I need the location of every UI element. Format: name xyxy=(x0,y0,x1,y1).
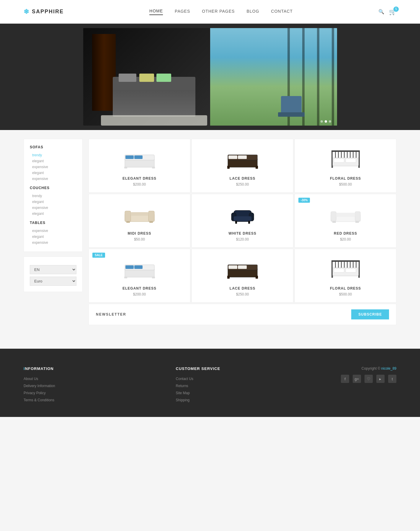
svg-rect-18 xyxy=(341,152,342,158)
rss-icon[interactable]: ▸ xyxy=(376,375,385,383)
footer-link-delivery[interactable]: Delivery Information xyxy=(24,384,55,388)
svg-rect-70 xyxy=(334,268,344,272)
svg-rect-17 xyxy=(338,152,339,158)
svg-rect-8 xyxy=(228,155,237,159)
product-card-2[interactable]: LACE DRESS $250.00 xyxy=(192,139,293,193)
product-card-7[interactable]: SALE ELEGANT DRESS $200.00 xyxy=(89,249,190,303)
footer-info-title-i: I xyxy=(24,366,25,371)
footer-link-privacy[interactable]: Privacy Policy xyxy=(24,391,55,395)
sidebar-item-couches-trendy[interactable]: trendy xyxy=(30,193,76,199)
sidebar-item-couches-elegant2[interactable]: elegant xyxy=(30,211,76,217)
svg-rect-33 xyxy=(149,221,153,223)
footer-copyright: Copyright © nicole_89 xyxy=(341,366,396,371)
product-card-9[interactable]: FLORAL DRESS $500.00 xyxy=(295,249,396,303)
sidebar: SOFAS trendy elegant expensive elegant e… xyxy=(24,139,83,325)
svg-rect-39 xyxy=(248,221,250,224)
sidebar-cat-sofas: SOFAS xyxy=(30,145,76,149)
hero-image xyxy=(83,28,337,126)
sidebar-item-tables-expensive2[interactable]: expensive xyxy=(30,240,76,246)
footer-link-contact[interactable]: Contact Us xyxy=(176,377,220,381)
product-price-6: $20.00 xyxy=(301,237,390,241)
nav-home[interactable]: HOME xyxy=(149,9,163,15)
googleplus-icon[interactable]: g+ xyxy=(353,375,361,383)
nav-contact[interactable]: CONTACT xyxy=(271,9,293,15)
sidebar-cat-couches: COUCHES xyxy=(30,186,76,190)
sidebar-item-sofas-elegant1[interactable]: elegant xyxy=(30,158,76,164)
product-card-1[interactable]: ELEGANT DRESS $200.00 xyxy=(89,139,190,193)
svg-rect-56 xyxy=(227,276,230,279)
product-image-6 xyxy=(328,200,363,227)
product-card-3[interactable]: FLORAL DRESS $500.00 xyxy=(295,139,396,193)
hero-dot-3[interactable] xyxy=(329,120,331,123)
product-image-9 xyxy=(328,255,363,282)
instagram-icon[interactable]: ♡ xyxy=(365,375,373,383)
svg-rect-71 xyxy=(346,268,356,272)
product-name-7: ELEGANT DRESS xyxy=(95,286,184,290)
nav-pages[interactable]: PAGES xyxy=(175,9,190,15)
product-name-3: FLORAL DRESS xyxy=(301,176,390,181)
twitter-icon[interactable]: t xyxy=(388,375,396,383)
svg-rect-38 xyxy=(235,221,237,224)
nav-other-pages[interactable]: OTHER PAGES xyxy=(202,9,235,15)
nav-blog[interactable]: BLOG xyxy=(246,9,259,15)
sale-badge-7: SALE xyxy=(92,253,105,258)
product-price-1: $200.00 xyxy=(95,182,184,186)
search-icon[interactable]: 🔍 xyxy=(378,9,384,14)
svg-rect-9 xyxy=(238,155,247,159)
svg-rect-3 xyxy=(134,155,143,159)
footer-info-title: INFORMATION xyxy=(24,366,55,371)
hero-dot-1[interactable] xyxy=(321,120,323,123)
cart-button[interactable]: 🛒 5 xyxy=(389,8,396,15)
footer-link-about[interactable]: About Us xyxy=(24,377,55,381)
svg-rect-69 xyxy=(356,262,357,268)
svg-rect-31 xyxy=(131,212,148,216)
svg-rect-30 xyxy=(148,211,154,222)
footer-customer-service: CUSTOMER SERVICE Contact Us Returns Site… xyxy=(176,366,220,405)
sidebar-item-couches-expensive[interactable]: expensive xyxy=(30,205,76,211)
footer-content: INFORMATION About Us Delivery Informatio… xyxy=(24,366,396,405)
svg-rect-22 xyxy=(353,152,354,158)
newsletter-subscribe-button[interactable]: SUBSCRIBE xyxy=(351,309,389,319)
svg-rect-43 xyxy=(336,213,355,217)
sidebar-item-tables-expensive1[interactable]: expensive xyxy=(30,228,76,234)
product-card-4[interactable]: MIDI DRESS $50.00 xyxy=(89,194,190,248)
svg-rect-21 xyxy=(350,152,351,158)
product-price-4: $50.00 xyxy=(95,237,184,241)
svg-rect-61 xyxy=(331,260,360,262)
sidebar-item-couches-elegant1[interactable]: elegant xyxy=(30,199,76,205)
facebook-icon[interactable]: f xyxy=(341,375,349,383)
sidebar-item-sofas-elegant2[interactable]: elegant xyxy=(30,170,76,176)
product-card-8[interactable]: LACE DRESS $250.00 xyxy=(192,249,293,303)
sidebar-item-tables-elegant[interactable]: elegant xyxy=(30,234,76,240)
svg-rect-32 xyxy=(126,221,130,223)
sidebar-item-sofas-expensive2[interactable]: expensive xyxy=(30,176,76,182)
product-card-5[interactable]: WHITE DRESS $120.00 xyxy=(192,194,293,248)
footer-link-sitemap[interactable]: Site Map xyxy=(176,391,220,395)
footer-link-returns[interactable]: Returns xyxy=(176,384,220,388)
product-name-2: LACE DRESS xyxy=(198,176,287,181)
svg-rect-14 xyxy=(359,151,360,166)
product-name-5: WHITE DRESS xyxy=(198,231,287,236)
language-select[interactable]: EN FR DE xyxy=(30,265,76,274)
product-card-6[interactable]: -30% RED DRESS $20.00 xyxy=(295,194,396,248)
hero-dot-2[interactable] xyxy=(325,120,327,123)
currency-select[interactable]: Euro USD GBP xyxy=(30,277,76,286)
product-price-8: $250.00 xyxy=(198,292,287,296)
svg-rect-20 xyxy=(347,152,348,158)
sidebar-item-sofas-expensive1[interactable]: expensive xyxy=(30,164,76,170)
footer-information: INFORMATION About Us Delivery Informatio… xyxy=(24,366,55,405)
svg-rect-29 xyxy=(125,211,131,222)
footer-link-terms[interactable]: Terms & Conditions xyxy=(24,398,55,402)
product-image-4 xyxy=(122,200,157,227)
svg-rect-27 xyxy=(358,165,360,168)
product-image-2 xyxy=(225,145,260,172)
sidebar-item-sofas-trendy[interactable]: trendy xyxy=(30,152,76,158)
svg-rect-25 xyxy=(346,158,356,163)
product-image-3 xyxy=(328,145,363,172)
logo[interactable]: ❄ SAPPHIRE xyxy=(24,8,64,16)
svg-rect-45 xyxy=(355,221,359,223)
footer-link-shipping[interactable]: Shipping xyxy=(176,398,220,402)
product-image-7 xyxy=(122,255,157,282)
hero-dots xyxy=(321,120,331,123)
logo-icon: ❄ xyxy=(24,8,30,16)
